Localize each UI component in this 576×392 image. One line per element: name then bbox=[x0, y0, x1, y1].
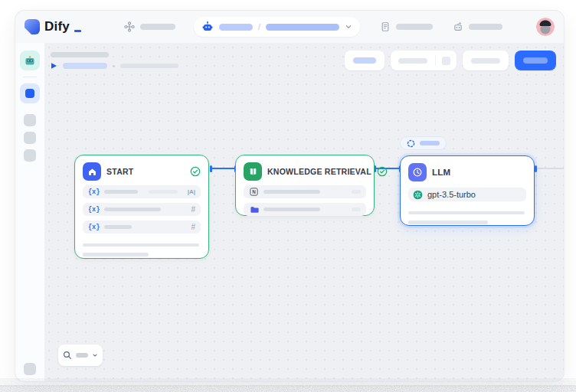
node-description-skeleton bbox=[408, 211, 525, 214]
node-knowledge-retrieval[interactable]: KNOWLEDGE RETRIEVAL N bbox=[235, 155, 375, 216]
edge-port bbox=[535, 165, 537, 172]
sidebar-bottom-skeleton[interactable] bbox=[24, 363, 36, 375]
sidebar-item-skeleton[interactable] bbox=[24, 114, 36, 126]
dataset-row: N bbox=[244, 185, 366, 198]
button-skeleton bbox=[353, 57, 376, 64]
node-llm[interactable]: LLM gpt-3.5-turbo bbox=[400, 155, 535, 226]
dot-separator bbox=[113, 65, 115, 67]
badge-skeleton bbox=[420, 141, 440, 145]
publish-button[interactable] bbox=[515, 51, 556, 70]
spinner-icon bbox=[407, 139, 415, 148]
number-type-icon: # bbox=[191, 205, 195, 214]
llm-running-badge bbox=[400, 136, 447, 150]
edge-port bbox=[210, 165, 212, 172]
openai-icon bbox=[413, 190, 423, 200]
dataset-skeleton bbox=[263, 190, 320, 194]
button-icon-placeholder bbox=[442, 57, 450, 65]
node-description-skeleton bbox=[83, 253, 149, 256]
workflow-icon bbox=[124, 21, 135, 32]
variable-row: {x} |A| bbox=[83, 185, 201, 198]
node-llm-header: LLM bbox=[408, 163, 526, 181]
run-status-row bbox=[51, 62, 178, 70]
app-emoji-robot-icon bbox=[24, 54, 36, 67]
current-app-icon[interactable] bbox=[20, 51, 40, 70]
docs-link[interactable] bbox=[380, 21, 433, 32]
button-skeleton bbox=[523, 57, 548, 64]
toolbar-button-3[interactable] bbox=[463, 51, 509, 70]
chevron-down-icon bbox=[92, 352, 98, 358]
dify-logo-icon bbox=[25, 19, 40, 34]
variable-icon: {x} bbox=[88, 206, 100, 214]
avatar-image bbox=[536, 18, 555, 36]
node-description-skeleton bbox=[408, 220, 488, 224]
left-sidebar bbox=[15, 43, 44, 381]
dify-logo[interactable]: Dify bbox=[25, 19, 81, 34]
variable-row: {x} # bbox=[83, 203, 201, 216]
app-name-skeleton bbox=[219, 24, 253, 31]
sidebar-item-active[interactable] bbox=[20, 83, 40, 103]
model-name: gpt-3.5-turbo bbox=[427, 190, 476, 199]
workflow-title-skeleton bbox=[51, 52, 109, 57]
toolbar-button-1[interactable] bbox=[345, 51, 385, 70]
chevron-down-icon bbox=[345, 23, 352, 31]
brand-cursor bbox=[74, 30, 81, 32]
variable-icon: {x} bbox=[88, 224, 100, 231]
check-circle-icon bbox=[190, 166, 201, 177]
svg-text:N: N bbox=[252, 189, 256, 194]
node-knowledge-header: KNOWLEDGE RETRIEVAL bbox=[244, 162, 366, 181]
assistant-skeleton bbox=[469, 24, 502, 30]
home-icon bbox=[83, 162, 101, 181]
node-title: KNOWLEDGE RETRIEVAL bbox=[267, 167, 371, 176]
user-avatar[interactable] bbox=[536, 18, 555, 36]
zoom-control[interactable] bbox=[58, 345, 103, 366]
variable-skeleton bbox=[104, 190, 138, 194]
llm-brain-icon bbox=[408, 163, 427, 181]
workflow-name-skeleton bbox=[266, 24, 339, 31]
app-robot-icon bbox=[201, 21, 214, 33]
variable-value-skeleton bbox=[149, 190, 178, 194]
check-circle-icon bbox=[377, 166, 388, 177]
variable-icon: {x} bbox=[88, 188, 100, 196]
screenshot-noise-artifact bbox=[0, 378, 576, 392]
dataset-row bbox=[244, 203, 366, 216]
canvas-toolbar bbox=[345, 51, 556, 70]
notion-doc-icon: N bbox=[249, 187, 259, 197]
bot-icon bbox=[453, 21, 463, 32]
string-type-icon: |A| bbox=[188, 188, 195, 195]
active-item-icon bbox=[25, 89, 34, 98]
variable-row: {x} # bbox=[83, 220, 201, 234]
node-title: LLM bbox=[432, 168, 450, 177]
node-start[interactable]: START {x} |A| {x} bbox=[74, 155, 209, 259]
sidebar-item-skeleton[interactable] bbox=[24, 132, 36, 144]
edge-start-knowledge bbox=[211, 168, 236, 169]
assistant-link[interactable] bbox=[453, 21, 502, 32]
app-window: Dify / bbox=[15, 11, 564, 381]
folder-icon bbox=[249, 204, 259, 214]
zoom-level-skeleton bbox=[76, 353, 88, 358]
play-icon[interactable] bbox=[51, 62, 57, 70]
number-type-icon: # bbox=[191, 223, 195, 231]
toolbar-button-2[interactable] bbox=[391, 51, 457, 70]
brand-name: Dify bbox=[44, 19, 70, 34]
variable-skeleton bbox=[104, 207, 161, 211]
dataset-count-skeleton bbox=[352, 190, 361, 194]
model-row: gpt-3.5-turbo bbox=[408, 188, 526, 201]
workspace-switcher[interactable] bbox=[124, 21, 175, 32]
docs-skeleton bbox=[396, 24, 433, 30]
workspace-skeleton bbox=[140, 24, 175, 30]
dataset-skeleton bbox=[263, 207, 320, 211]
node-start-header: START bbox=[83, 162, 201, 181]
app-selector[interactable]: / bbox=[194, 17, 360, 37]
workflow-canvas[interactable]: START {x} |A| {x} bbox=[44, 43, 564, 381]
variable-skeleton bbox=[104, 225, 132, 229]
node-title: START bbox=[106, 167, 133, 176]
run-label-skeleton bbox=[63, 63, 107, 69]
node-description-skeleton bbox=[83, 243, 199, 247]
breadcrumb-separator: / bbox=[258, 22, 260, 31]
dataset-count-skeleton bbox=[352, 207, 361, 211]
sidebar-item-skeleton[interactable] bbox=[24, 149, 36, 162]
document-icon bbox=[380, 21, 391, 32]
button-skeleton bbox=[471, 58, 500, 64]
edge-llm-offscreen bbox=[535, 168, 564, 169]
app-header: Dify / bbox=[15, 11, 564, 43]
